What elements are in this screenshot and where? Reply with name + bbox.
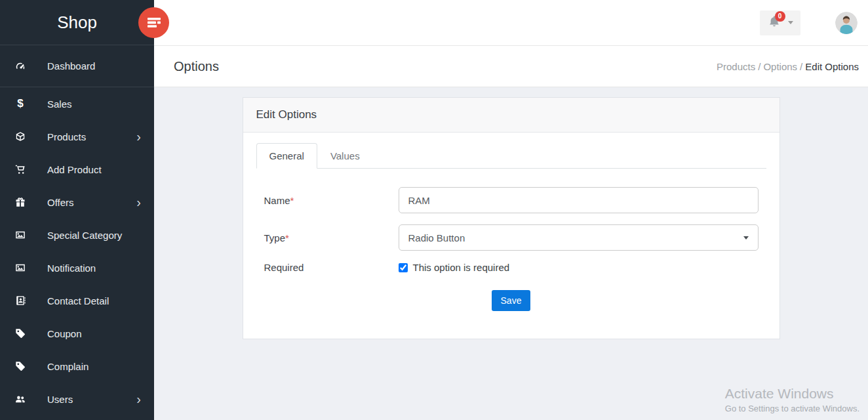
- name-controls: [399, 187, 759, 213]
- form-row-name: Name*: [264, 187, 759, 213]
- sidebar-item-label: Complain: [47, 361, 141, 372]
- sidebar-item-products[interactable]: Products›: [0, 120, 154, 153]
- cube-icon: [14, 131, 26, 142]
- page-title: Options: [174, 59, 219, 74]
- dashboard-icon: [14, 60, 26, 72]
- name-label-text: Name: [264, 195, 290, 206]
- cart-plus-icon: [14, 163, 26, 175]
- sidebar-item-complain[interactable]: Complain: [0, 350, 154, 383]
- notification-count-badge: 0: [775, 11, 785, 22]
- app-window: Shop Dashboard$SalesProducts›Add Product…: [0, 0, 868, 420]
- sidebar: Shop Dashboard$SalesProducts›Add Product…: [0, 0, 154, 420]
- sidebar-item-dashboard[interactable]: Dashboard: [0, 45, 154, 87]
- sidebar-item-label: Dashboard: [47, 60, 141, 72]
- form-row-type: Type* Radio Button: [264, 224, 759, 251]
- edit-options-card: Edit Options GeneralValues Name*: [243, 97, 780, 339]
- breadcrumb-separator: /: [797, 61, 805, 72]
- breadcrumb-item-edit-options: Edit Options: [805, 61, 859, 72]
- caret-down-icon: [788, 21, 793, 24]
- tab-general[interactable]: General: [256, 143, 317, 169]
- sidebar-menu: Dashboard$SalesProducts›Add ProductOffer…: [0, 45, 154, 415]
- save-button[interactable]: Save: [492, 290, 531, 311]
- app-logo-title: Shop: [0, 0, 154, 45]
- users-icon: [14, 393, 26, 405]
- card-body: GeneralValues Name* Type: [243, 133, 779, 339]
- sidebar-item-sales[interactable]: $Sales: [0, 87, 154, 120]
- image-icon: [14, 229, 26, 241]
- type-controls: Radio Button: [399, 224, 759, 251]
- hamburger-list-icon: [148, 18, 161, 28]
- sidebar-item-special-category[interactable]: Special Category: [0, 219, 154, 251]
- sidebar-item-label: Offers: [47, 197, 136, 208]
- breadcrumb-separator: /: [755, 61, 763, 72]
- breadcrumb-item-options[interactable]: Options: [763, 61, 797, 72]
- sidebar-item-label: Coupon: [47, 328, 141, 339]
- sidebar-item-label: Add Product: [47, 164, 141, 175]
- required-checkbox[interactable]: [399, 263, 408, 272]
- address-book-icon: [14, 295, 26, 306]
- chevron-right-icon: ›: [136, 196, 141, 209]
- required-controls: This option is required: [399, 262, 759, 273]
- name-input[interactable]: [399, 187, 759, 213]
- sidebar-item-notification[interactable]: Notification: [0, 251, 154, 284]
- sidebar-item-coupon[interactable]: Coupon: [0, 317, 154, 350]
- top-header: 0: [154, 0, 868, 46]
- notifications-button[interactable]: 0: [760, 10, 800, 35]
- tab-bar: GeneralValues: [256, 143, 766, 169]
- card-title: Edit Options: [243, 98, 779, 133]
- form-row-required: Required This option is required: [264, 262, 759, 273]
- required-asterisk: *: [290, 195, 294, 206]
- chevron-right-icon: ›: [136, 392, 141, 406]
- sidebar-item-add-product[interactable]: Add Product: [0, 153, 154, 186]
- watermark-line1: Activate Windows: [725, 386, 859, 402]
- gift-icon: [14, 196, 26, 208]
- sidebar-item-label: Users: [47, 394, 136, 405]
- type-label: Type*: [264, 232, 399, 243]
- windows-activation-watermark: Activate Windows Go to Settings to activ…: [725, 386, 859, 413]
- required-label: Required: [264, 262, 399, 273]
- breadcrumb: Products/Options/Edit Options: [717, 61, 859, 72]
- page-header-bar: Options Products/Options/Edit Options: [154, 46, 868, 87]
- dollar-icon: $: [14, 98, 26, 110]
- main-area: 0 Options Products/Options/Edit Op: [154, 0, 868, 420]
- user-avatar[interactable]: [835, 12, 858, 34]
- sidebar-item-label: Products: [47, 131, 136, 142]
- sidebar-item-label: Special Category: [47, 230, 141, 241]
- tab-values[interactable]: Values: [317, 143, 373, 169]
- required-asterisk: *: [285, 232, 289, 243]
- watermark-line2: Go to Settings to activate Windows.: [725, 404, 859, 413]
- type-select-value: Radio Button: [408, 232, 465, 243]
- sidebar-item-label: Notification: [47, 262, 141, 274]
- caret-down-icon: [743, 236, 749, 240]
- type-select[interactable]: Radio Button: [399, 224, 759, 251]
- chevron-right-icon: ›: [136, 130, 141, 143]
- sidebar-item-label: Contact Detail: [47, 295, 141, 306]
- sidebar-item-contact-detail[interactable]: Contact Detail: [0, 284, 154, 317]
- name-label: Name*: [264, 195, 399, 206]
- type-label-text: Type: [264, 232, 286, 243]
- required-checkbox-label: This option is required: [413, 262, 510, 273]
- tag-icon: [14, 327, 26, 339]
- breadcrumb-item-products[interactable]: Products: [717, 61, 755, 72]
- tab-content-general: Name* Type* Rad: [256, 169, 766, 311]
- tag-icon: [14, 360, 26, 372]
- sidebar-item-label: Sales: [47, 98, 141, 110]
- sidebar-item-offers[interactable]: Offers›: [0, 186, 154, 219]
- image-icon: [14, 262, 26, 274]
- sidebar-toggle-button[interactable]: [138, 7, 169, 38]
- save-row: Save: [264, 290, 759, 311]
- sidebar-item-users[interactable]: Users›: [0, 383, 154, 415]
- content-area: Edit Options GeneralValues Name*: [154, 87, 868, 420]
